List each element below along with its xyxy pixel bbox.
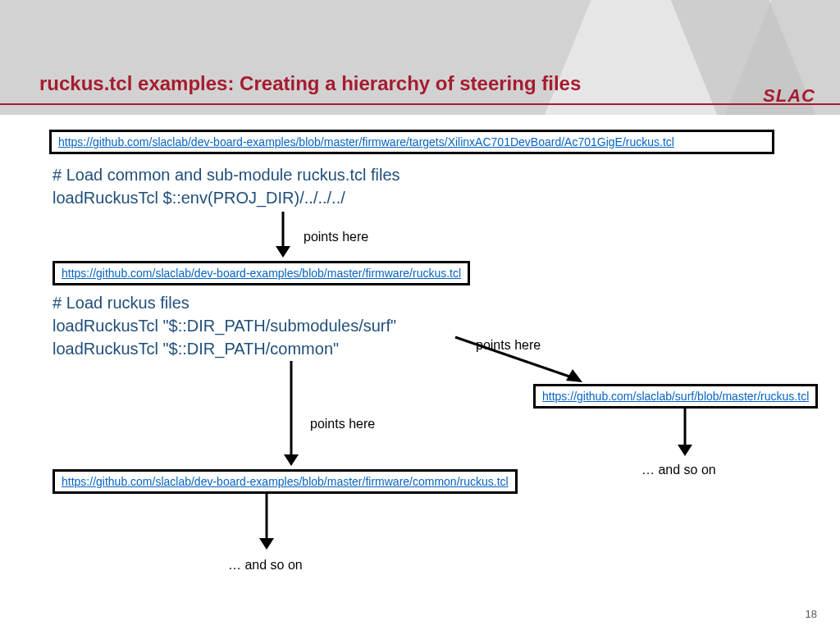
link-box-2[interactable]: https://github.com/slaclab/dev-board-exa… (52, 261, 470, 285)
arrow-down-icon (279, 361, 304, 468)
and-so-on-1: … and so on (641, 463, 716, 477)
annotation-points-here-1: points here (304, 230, 368, 244)
code-comment-2: # Load ruckus files (52, 294, 189, 313)
header-band (0, 0, 840, 115)
slac-logo: SLAC (763, 85, 815, 107)
annotation-points-here-3: points here (310, 417, 375, 431)
svg-marker-5 (678, 445, 692, 456)
slide-title: ruckus.tcl examples: Creating a hierarch… (39, 72, 581, 95)
arrow-down-icon (271, 212, 295, 259)
svg-marker-9 (259, 538, 274, 550)
arrow-down-icon (673, 409, 697, 458)
link-box-3[interactable]: https://github.com/slaclab/surf/blob/mas… (533, 384, 818, 409)
link-box-4[interactable]: https://github.com/slaclab/dev-board-exa… (52, 469, 518, 494)
code-line-3: loadRuckusTcl "$::DIR_PATH/common" (52, 340, 339, 358)
and-so-on-2: … and so on (228, 558, 303, 573)
svg-marker-7 (284, 454, 299, 466)
page-number: 18 (806, 608, 817, 620)
annotation-points-here-2: points here (476, 338, 541, 353)
title-underline (0, 103, 840, 105)
arrow-down-icon (254, 494, 279, 551)
link-box-1[interactable]: https://github.com/slaclab/dev-board-exa… (49, 130, 774, 154)
slide-content: https://github.com/slaclab/dev-board-exa… (0, 123, 840, 630)
svg-marker-1 (276, 246, 290, 258)
code-line-2: loadRuckusTcl "$::DIR_PATH/submodules/su… (52, 317, 396, 336)
code-line-1: loadRuckusTcl $::env(PROJ_DIR)/../../../ (52, 189, 345, 208)
code-comment-1: # Load common and sub-module ruckus.tcl … (52, 166, 400, 185)
